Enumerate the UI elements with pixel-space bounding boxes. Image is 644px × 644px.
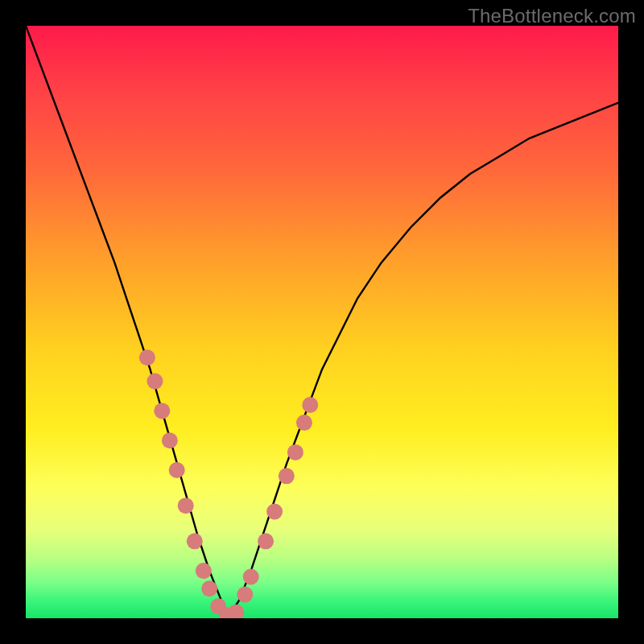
data-marker bbox=[243, 568, 259, 584]
data-marker bbox=[296, 415, 312, 431]
data-marker bbox=[266, 504, 283, 520]
data-marker bbox=[258, 533, 274, 549]
data-marker bbox=[162, 432, 178, 448]
watermark-text: TheBottleneck.com bbox=[468, 5, 636, 27]
chart-svg bbox=[26, 26, 618, 618]
data-marker bbox=[154, 402, 170, 419]
data-marker bbox=[287, 444, 303, 460]
bottleneck-curve bbox=[26, 26, 618, 618]
data-marker bbox=[147, 374, 163, 390]
data-marker bbox=[178, 497, 194, 514]
data-marker bbox=[279, 468, 295, 484]
data-marker bbox=[169, 462, 185, 478]
data-marker bbox=[201, 580, 217, 597]
chart-plot-area bbox=[26, 26, 618, 618]
data-marker bbox=[237, 587, 253, 603]
data-marker bbox=[139, 349, 155, 365]
chart-frame: TheBottleneck.com bbox=[0, 0, 644, 644]
data-markers bbox=[139, 349, 318, 618]
data-marker bbox=[187, 533, 203, 549]
data-marker bbox=[196, 563, 212, 579]
data-marker bbox=[302, 397, 318, 413]
data-marker bbox=[228, 605, 244, 618]
